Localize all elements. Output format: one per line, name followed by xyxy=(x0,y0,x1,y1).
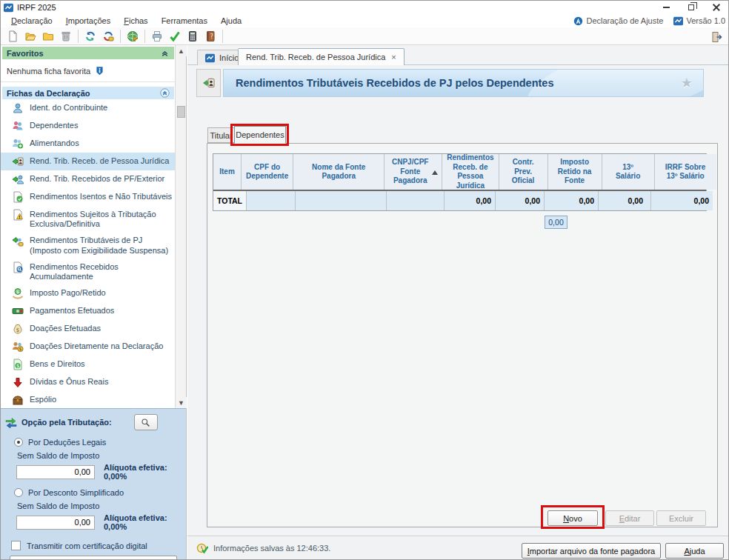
sidebar-scrollbar[interactable]: ▲ ▼ xyxy=(175,45,186,408)
sidebar-item-pagamentos[interactable]: Pagamentos Efetuados xyxy=(1,302,176,320)
sidebar-item-rend-trib-pj[interactable]: Rend. Trib. Receb. de Pessoa Jurídica xyxy=(1,153,176,170)
col-cnpj-fonte[interactable]: CNPJ/CPF Fonte Pagadora xyxy=(385,154,442,190)
dependentes-panel: Item CPF do Dependente Nome da Fonte Pag… xyxy=(207,143,718,527)
total-cnpj xyxy=(387,191,445,210)
people-coin-icon: $ xyxy=(12,341,24,353)
print-icon[interactable] xyxy=(148,28,166,44)
transmit-secure-icon[interactable] xyxy=(99,28,117,44)
total-contr-prev: 0,00 xyxy=(496,191,545,210)
sort-asc-icon xyxy=(432,170,438,175)
total-nome xyxy=(296,191,387,210)
svg-text:$: $ xyxy=(19,347,22,352)
document-dollar-icon: $ xyxy=(12,359,24,370)
menu-fichas[interactable]: Fichas xyxy=(118,15,153,27)
col-imposto-retido[interactable]: Imposto Retido na Fonte xyxy=(548,154,602,190)
menu-declaracao[interactable]: Declaração xyxy=(5,15,59,27)
menu-ferramentas[interactable]: Ferramentas xyxy=(156,15,213,27)
document-search-icon xyxy=(12,261,24,273)
col-cpf-dependente[interactable]: CPF do Dependente xyxy=(242,154,293,190)
irpf-application-window: IRPF 2025 Declaração Importações Fichas … xyxy=(0,0,729,560)
inner-tab-titular[interactable]: Titular xyxy=(207,127,235,143)
entregar-declaracao-button[interactable]: Entregar Declaração xyxy=(10,556,177,560)
new-document-icon[interactable] xyxy=(4,28,21,44)
page-header-icon-box[interactable] xyxy=(196,69,221,97)
inner-tab-dependentes[interactable]: Dependentes xyxy=(234,126,286,144)
sidebar-item-rend-acumuladamente[interactable]: Rendimentos Recebidos Acumuladamente xyxy=(1,259,176,284)
col-nome-fonte[interactable]: Nome da Fonte Pagadora xyxy=(293,154,385,190)
col-contr-prev[interactable]: Contr. Prev. Oficial xyxy=(499,154,548,190)
declaration-sections-header[interactable]: Fichas da Declaração xyxy=(2,87,174,99)
minimize-button[interactable] xyxy=(662,3,670,12)
sidebar-item-imposto-pago[interactable]: $ Imposto Pago/Retido xyxy=(1,284,176,302)
sidebar-item-doacoes-efetuadas[interactable]: $ Doações Efetuadas xyxy=(1,320,176,338)
document-check-icon xyxy=(12,191,24,203)
app-logo-icon xyxy=(673,16,683,26)
help-book-icon[interactable]: ? xyxy=(202,28,219,44)
transmit-certificate-row[interactable]: Transmitir com certificação digital xyxy=(1,531,186,550)
tab-rend-trib-pj[interactable]: Rend. Trib. Receb. de Pessoa Jurídica × xyxy=(238,48,405,65)
sidebar-item-rend-pf-exterior[interactable]: Rend. Trib. Recebidos de PF/Exterior xyxy=(1,170,176,188)
favorite-star-icon[interactable]: ★ xyxy=(681,75,693,91)
exit-icon[interactable] xyxy=(708,29,725,44)
people-plus-icon xyxy=(12,138,24,150)
close-button[interactable] xyxy=(712,3,721,12)
folder-icon[interactable] xyxy=(39,28,57,44)
red-down-arrow-icon xyxy=(12,376,24,388)
svg-text:$: $ xyxy=(16,327,19,333)
sidebar-item-bens-direitos[interactable]: $ Bens e Direitos xyxy=(1,356,176,373)
verify-check-icon[interactable] xyxy=(166,28,184,44)
total-cpf xyxy=(247,191,296,210)
sidebar-item-rend-isentos[interactable]: Rendimentos Isentos e Não Tributáveis xyxy=(1,188,176,206)
transmit-certificate-checkbox[interactable] xyxy=(11,541,21,550)
menu-importacoes[interactable]: Importações xyxy=(60,15,117,27)
sidebar-item-alimentandos[interactable]: Alimentandos xyxy=(1,135,176,153)
favorites-header[interactable]: Favoritos xyxy=(2,47,174,59)
main-area: Início Rend. Trib. Receb. de Pessoa Jurí… xyxy=(187,45,729,560)
menu-ajuda[interactable]: Ajuda xyxy=(215,15,247,27)
deliver-globe-icon[interactable] xyxy=(124,28,142,44)
deducoes-rate: Alíquota efetiva: 0,00% xyxy=(104,463,186,481)
svg-text:$: $ xyxy=(16,363,19,369)
restore-button[interactable] xyxy=(687,3,696,12)
col-13-salario[interactable]: 13º Salário xyxy=(602,154,655,190)
back-arrow-person-icon xyxy=(203,77,215,89)
col-irrf-13[interactable]: IRRF Sobre 13º Salário xyxy=(655,154,716,190)
scrollbar-thumb[interactable] xyxy=(177,106,185,118)
collapse-chevrons-icon[interactable] xyxy=(160,48,170,58)
sidebar-item-doacoes-declaracao[interactable]: $ Doações Diretamente na Declaração xyxy=(1,338,176,356)
search-button[interactable] xyxy=(134,414,158,430)
sidebar-item-espolio[interactable]: Espólio xyxy=(1,391,176,408)
desconto-value-field[interactable] xyxy=(16,516,95,530)
total-irrf-13: 0,00 xyxy=(651,191,713,210)
editar-button[interactable]: Editar xyxy=(605,510,654,526)
importar-arquivo-button[interactable]: Importar arquivo da fonte pagadora xyxy=(522,543,661,559)
sidebar-item-rend-exclusiva[interactable]: Rendimentos Sujeitos à Tributação Exclus… xyxy=(1,206,176,232)
novo-button[interactable]: Novo xyxy=(547,510,598,526)
col-rendimentos-pj[interactable]: Rendimentos Receb. de Pessoa Jurídica xyxy=(442,154,499,190)
radio-desconto-simplificado[interactable] xyxy=(14,488,23,497)
people-icon xyxy=(12,120,24,132)
scroll-up-icon[interactable]: ▲ xyxy=(176,45,187,56)
calculator-icon[interactable] xyxy=(184,28,202,44)
sidebar-item-rend-suspensa[interactable]: Rendimentos Tributáveis de PJ (Imposto c… xyxy=(1,232,176,258)
transmit-icon[interactable] xyxy=(81,28,99,44)
svg-text:?: ? xyxy=(210,33,213,40)
option-desconto-simplificado[interactable]: Por Desconto Simplificado xyxy=(1,481,186,497)
col-item[interactable]: Item xyxy=(213,154,242,190)
option-deducoes-legais[interactable]: Por Deduções Legais xyxy=(1,430,186,447)
deducoes-value-field[interactable] xyxy=(16,465,95,479)
collapse-circle-icon[interactable] xyxy=(160,88,170,98)
radio-deducoes-legais[interactable] xyxy=(14,438,23,447)
excluir-button[interactable]: Excluir xyxy=(656,510,706,526)
trash-icon[interactable] xyxy=(57,28,75,44)
tab-close-icon[interactable]: × xyxy=(391,53,396,61)
clock-check-icon xyxy=(196,542,208,554)
favorites-empty-text: Nenhuma ficha favorita xyxy=(7,67,90,76)
scroll-down-icon[interactable]: ▼ xyxy=(176,397,187,408)
sidebar-item-ident-contribuinte[interactable]: Ident. do Contribuinte xyxy=(1,99,176,117)
ajuda-button[interactable]: Ajuda xyxy=(665,543,724,559)
sidebar-item-dependentes[interactable]: Dependentes xyxy=(1,117,176,135)
money-bag-icon: $ xyxy=(12,323,24,335)
sidebar-item-dividas[interactable]: Dívidas e Ônus Reais xyxy=(1,373,176,391)
open-folder-icon[interactable] xyxy=(21,28,39,44)
